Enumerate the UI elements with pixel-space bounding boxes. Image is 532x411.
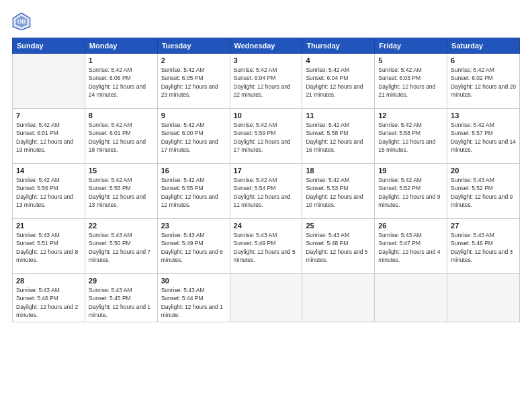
- day-info: Sunrise: 5:42 AMSunset: 5:59 PMDaylight:…: [234, 121, 299, 154]
- day-cell: 16Sunrise: 5:42 AMSunset: 5:55 PMDayligh…: [157, 164, 230, 219]
- day-info: Sunrise: 5:43 AMSunset: 5:51 PMDaylight:…: [16, 231, 81, 264]
- day-number: 10: [234, 111, 299, 120]
- day-number: 5: [378, 56, 443, 64]
- day-info: Sunrise: 5:42 AMSunset: 5:58 PMDaylight:…: [378, 121, 443, 154]
- day-info: Sunrise: 5:42 AMSunset: 6:00 PMDaylight:…: [161, 121, 226, 154]
- day-cell: 22Sunrise: 5:43 AMSunset: 5:50 PMDayligh…: [85, 219, 157, 274]
- day-number: 20: [451, 167, 516, 175]
- day-number: 29: [89, 277, 154, 285]
- day-cell: 15Sunrise: 5:42 AMSunset: 5:55 PMDayligh…: [85, 164, 157, 219]
- day-info: Sunrise: 5:42 AMSunset: 5:53 PMDaylight:…: [306, 176, 371, 209]
- page: GB SundayMondayTuesdayWednesdayThursdayF…: [0, 0, 532, 411]
- day-number: 9: [161, 111, 226, 120]
- day-info: Sunrise: 5:42 AMSunset: 5:58 PMDaylight:…: [306, 121, 371, 154]
- week-row-4: 21Sunrise: 5:43 AMSunset: 5:51 PMDayligh…: [13, 219, 520, 274]
- day-number: 17: [234, 167, 299, 175]
- day-cell: 11Sunrise: 5:42 AMSunset: 5:58 PMDayligh…: [302, 109, 375, 164]
- day-info: Sunrise: 5:43 AMSunset: 5:49 PMDaylight:…: [161, 231, 226, 264]
- day-info: Sunrise: 5:43 AMSunset: 5:48 PMDaylight:…: [306, 231, 371, 264]
- day-cell: 30Sunrise: 5:43 AMSunset: 5:44 PMDayligh…: [157, 274, 230, 322]
- day-cell: 28Sunrise: 5:43 AMSunset: 5:46 PMDayligh…: [13, 274, 85, 322]
- day-cell: 26Sunrise: 5:43 AMSunset: 5:47 PMDayligh…: [375, 219, 447, 274]
- day-number: 8: [89, 111, 154, 120]
- day-number: 15: [89, 167, 154, 175]
- day-number: 14: [16, 167, 81, 175]
- day-number: 1: [89, 56, 154, 64]
- weekday-friday: Friday: [375, 38, 447, 54]
- day-info: Sunrise: 5:43 AMSunset: 5:52 PMDaylight:…: [451, 176, 516, 209]
- day-number: 4: [306, 56, 371, 64]
- weekday-header-row: SundayMondayTuesdayWednesdayThursdayFrid…: [13, 38, 520, 54]
- day-cell: 13Sunrise: 5:42 AMSunset: 5:57 PMDayligh…: [447, 109, 520, 164]
- day-cell: 23Sunrise: 5:43 AMSunset: 5:49 PMDayligh…: [157, 219, 230, 274]
- day-cell: [447, 274, 520, 322]
- day-number: 21: [16, 222, 81, 230]
- day-cell: 24Sunrise: 5:43 AMSunset: 5:49 PMDayligh…: [230, 219, 302, 274]
- day-cell: 8Sunrise: 5:42 AMSunset: 6:01 PMDaylight…: [85, 109, 157, 164]
- weekday-thursday: Thursday: [302, 38, 375, 54]
- day-cell: [230, 274, 302, 322]
- day-info: Sunrise: 5:42 AMSunset: 6:05 PMDaylight:…: [161, 66, 226, 99]
- day-cell: 20Sunrise: 5:43 AMSunset: 5:52 PMDayligh…: [447, 164, 520, 219]
- week-row-5: 28Sunrise: 5:43 AMSunset: 5:46 PMDayligh…: [13, 274, 520, 322]
- weekday-sunday: Sunday: [13, 38, 85, 54]
- day-cell: 14Sunrise: 5:42 AMSunset: 5:56 PMDayligh…: [13, 164, 85, 219]
- logo: GB: [12, 12, 34, 31]
- day-number: 13: [451, 111, 516, 120]
- day-cell: 21Sunrise: 5:43 AMSunset: 5:51 PMDayligh…: [13, 219, 85, 274]
- day-number: 16: [161, 167, 226, 175]
- day-info: Sunrise: 5:43 AMSunset: 5:49 PMDaylight:…: [234, 231, 299, 264]
- day-number: 7: [16, 111, 81, 120]
- day-cell: 5Sunrise: 5:42 AMSunset: 6:03 PMDaylight…: [375, 54, 447, 109]
- day-cell: 9Sunrise: 5:42 AMSunset: 6:00 PMDaylight…: [157, 109, 230, 164]
- day-cell: 10Sunrise: 5:42 AMSunset: 5:59 PMDayligh…: [230, 109, 302, 164]
- day-info: Sunrise: 5:42 AMSunset: 6:02 PMDaylight:…: [451, 66, 516, 99]
- header: GB: [12, 12, 520, 31]
- day-info: Sunrise: 5:42 AMSunset: 6:06 PMDaylight:…: [89, 66, 154, 99]
- day-number: 11: [306, 111, 371, 120]
- day-cell: 7Sunrise: 5:42 AMSunset: 6:01 PMDaylight…: [13, 109, 85, 164]
- day-number: 12: [378, 111, 443, 120]
- day-number: 19: [378, 167, 443, 175]
- day-info: Sunrise: 5:42 AMSunset: 6:01 PMDaylight:…: [16, 121, 81, 154]
- day-cell: 19Sunrise: 5:42 AMSunset: 5:52 PMDayligh…: [375, 164, 447, 219]
- day-cell: 2Sunrise: 5:42 AMSunset: 6:05 PMDaylight…: [157, 54, 230, 109]
- day-number: 2: [161, 56, 226, 64]
- day-info: Sunrise: 5:42 AMSunset: 5:55 PMDaylight:…: [161, 176, 226, 209]
- day-cell: 1Sunrise: 5:42 AMSunset: 6:06 PMDaylight…: [85, 54, 157, 109]
- week-row-1: 1Sunrise: 5:42 AMSunset: 6:06 PMDaylight…: [13, 54, 520, 109]
- day-info: Sunrise: 5:43 AMSunset: 5:46 PMDaylight:…: [451, 231, 516, 264]
- day-info: Sunrise: 5:42 AMSunset: 6:04 PMDaylight:…: [306, 66, 371, 99]
- day-info: Sunrise: 5:42 AMSunset: 6:01 PMDaylight:…: [89, 121, 154, 154]
- day-number: 3: [234, 56, 299, 64]
- day-cell: [302, 274, 375, 322]
- day-info: Sunrise: 5:43 AMSunset: 5:47 PMDaylight:…: [378, 231, 443, 264]
- weekday-tuesday: Tuesday: [157, 38, 230, 54]
- day-info: Sunrise: 5:43 AMSunset: 5:44 PMDaylight:…: [161, 286, 226, 319]
- day-number: 25: [306, 222, 371, 230]
- day-cell: [13, 54, 85, 109]
- day-cell: 18Sunrise: 5:42 AMSunset: 5:53 PMDayligh…: [302, 164, 375, 219]
- day-cell: 25Sunrise: 5:43 AMSunset: 5:48 PMDayligh…: [302, 219, 375, 274]
- day-number: 28: [16, 277, 81, 285]
- week-row-2: 7Sunrise: 5:42 AMSunset: 6:01 PMDaylight…: [13, 109, 520, 164]
- day-info: Sunrise: 5:43 AMSunset: 5:45 PMDaylight:…: [89, 286, 154, 319]
- day-number: 18: [306, 167, 371, 175]
- day-info: Sunrise: 5:42 AMSunset: 6:03 PMDaylight:…: [378, 66, 443, 99]
- day-cell: 4Sunrise: 5:42 AMSunset: 6:04 PMDaylight…: [302, 54, 375, 109]
- weekday-monday: Monday: [85, 38, 157, 54]
- week-row-3: 14Sunrise: 5:42 AMSunset: 5:56 PMDayligh…: [13, 164, 520, 219]
- day-info: Sunrise: 5:43 AMSunset: 5:50 PMDaylight:…: [89, 231, 154, 264]
- day-info: Sunrise: 5:42 AMSunset: 5:55 PMDaylight:…: [89, 176, 154, 209]
- day-cell: 17Sunrise: 5:42 AMSunset: 5:54 PMDayligh…: [230, 164, 302, 219]
- weekday-saturday: Saturday: [447, 38, 520, 54]
- day-number: 26: [378, 222, 443, 230]
- day-info: Sunrise: 5:42 AMSunset: 5:57 PMDaylight:…: [451, 121, 516, 154]
- day-number: 27: [451, 222, 516, 230]
- day-cell: 3Sunrise: 5:42 AMSunset: 6:04 PMDaylight…: [230, 54, 302, 109]
- weekday-wednesday: Wednesday: [230, 38, 302, 54]
- day-info: Sunrise: 5:42 AMSunset: 5:52 PMDaylight:…: [378, 176, 443, 209]
- day-cell: [375, 274, 447, 322]
- day-number: 23: [161, 222, 226, 230]
- day-number: 22: [89, 222, 154, 230]
